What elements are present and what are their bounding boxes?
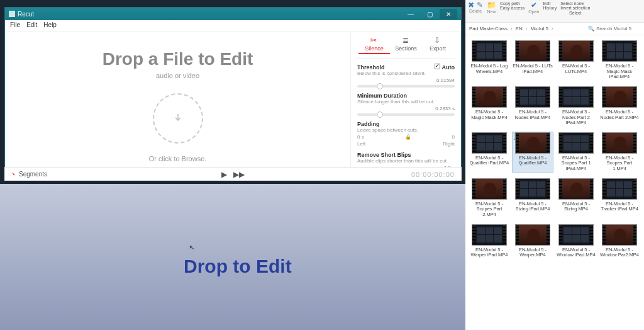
minduration-label: Minimum Duration — [357, 93, 455, 99]
padding-desc: Leave space between cuts. — [357, 127, 455, 133]
timecode: 00:00:00:00 — [411, 171, 455, 178]
video-thumb — [472, 86, 507, 108]
new-folder-icon[interactable]: 📁 — [487, 1, 496, 9]
minimize-button[interactable]: — — [402, 9, 419, 19]
rename-icon[interactable]: ✎ — [477, 1, 483, 9]
file-item[interactable]: EN-Modul 5 - LUTs iPad.MP4 — [513, 40, 553, 80]
threshold-slider[interactable] — [357, 85, 455, 88]
file-item[interactable]: EN-Modul 5 - Window Par2.MP4 — [599, 224, 640, 258]
file-name: EN-Modul 5 - Magic Mask.MP4 — [469, 110, 509, 120]
video-thumb — [602, 40, 637, 62]
file-item[interactable]: EN-Modul 5 - Warper iPad.MP4 — [469, 224, 509, 258]
menu-edit[interactable]: Edit — [26, 21, 37, 30]
video-thumb — [558, 224, 594, 246]
file-name: EN-Modul 5 - Sizing.MP4 — [556, 202, 596, 212]
video-thumb — [472, 178, 507, 200]
minduration-group: Minimum Duration Silence longer than thi… — [357, 93, 455, 116]
auto-checkbox[interactable] — [435, 64, 440, 69]
minduration-value: 0.2833 — [435, 106, 450, 111]
file-name: EN-Modul 5 - Qualifier.MP4 — [513, 156, 553, 166]
file-name: EN-Modul 5 - Nodes Part 2.MP4 — [599, 110, 640, 120]
video-thumb — [515, 40, 550, 62]
file-name: EN-Modul 5 - Scopes Part 1.MP4 — [599, 156, 640, 172]
search-box[interactable]: 🔍 — [588, 26, 640, 31]
browse-text[interactable]: Or click to Browse. — [149, 155, 207, 162]
file-item[interactable]: EN-Modul 5 - Tracker iPad.MP4 — [599, 178, 640, 218]
menu-help[interactable]: Help — [43, 21, 57, 30]
video-thumb — [515, 224, 550, 246]
search-input[interactable] — [596, 26, 640, 31]
file-name: EN-Modul 5 - Nodes iPad.MP4 — [513, 110, 553, 120]
properties-icon[interactable]: ✔ — [531, 1, 537, 9]
drop-area[interactable]: Drop a File to Edit audio or video Or cl… — [5, 31, 350, 180]
maximize-button[interactable]: ▢ — [421, 9, 438, 19]
app-icon — [9, 11, 15, 17]
drop-to-edit-caption: Drop to Edit — [184, 256, 292, 277]
file-item[interactable]: EN-Modul 5 - Nodes Part 2 iPad.MP4 — [556, 86, 596, 126]
file-item[interactable]: EN-Modul 5 - Sizing iPad.MP4 — [513, 178, 553, 218]
file-item[interactable]: EN-Modul 5 - Sizing.MP4 — [556, 178, 596, 218]
export-icon: ⇩ — [434, 37, 441, 44]
explorer-window: ✖ ✎ Delete 📁 New Copy path Easy access ✔… — [465, 0, 644, 330]
drop-title: Drop a File to Edit — [103, 49, 253, 69]
minduration-slider[interactable] — [357, 113, 455, 116]
app-title: Recut — [18, 11, 34, 18]
video-thumb — [602, 224, 637, 246]
close-button[interactable]: ✕ — [440, 9, 457, 19]
file-item[interactable]: EN-Modul 5 - Nodes iPad.MP4 — [513, 86, 553, 126]
delete-icon[interactable]: ✖ — [468, 1, 474, 9]
video-thumb — [602, 178, 637, 200]
file-item[interactable]: EN-Modul 5 - Qualifier iPad.MP4 — [469, 132, 509, 172]
file-item[interactable]: EN-Modul 5 - Nodes Part 2.MP4 — [599, 86, 640, 126]
video-thumb — [515, 178, 550, 200]
file-item[interactable]: EN-Modul 5 - Magic Mask iPad.MP4 — [599, 40, 640, 80]
drop-circle[interactable] — [153, 93, 203, 144]
threshold-group: Threshold Auto Below this is considered … — [357, 64, 455, 88]
video-thumb — [515, 132, 550, 154]
video-thumb — [558, 178, 594, 200]
file-name: EN-Modul 5 - Scopes Part 1 iPad.MP4 — [556, 156, 596, 172]
video-thumb — [515, 86, 550, 108]
video-thumb — [472, 40, 507, 62]
threshold-desc: Below this is considered silent. — [357, 71, 455, 76]
file-item[interactable]: EN-Modul 5 - Qualifier.MP4 — [513, 132, 553, 172]
file-item[interactable]: EN-Modul 5 - Warper.MP4 — [513, 224, 553, 258]
padding-label: Padding — [357, 121, 455, 127]
search-icon: 🔍 — [588, 26, 594, 31]
file-item[interactable]: EN-Modul 5 - Scopes Part 1 iPad.MP4 — [556, 132, 596, 172]
recut-titlebar[interactable]: Recut — ▢ ✕ — [5, 8, 461, 20]
file-grid: EN-Modul 5 - Log Wheels.MP4EN-Modul 5 - … — [465, 35, 644, 263]
file-item[interactable]: EN-Modul 5 - Scopes Part 2.MP4 — [469, 178, 509, 218]
recut-menubar: File Edit Help — [5, 20, 461, 31]
video-thumb — [602, 132, 637, 154]
threshold-value: 0.01584 — [357, 77, 455, 83]
svg-rect-0 — [9, 11, 15, 17]
file-name: EN-Modul 5 - Warper.MP4 — [513, 248, 553, 258]
tab-export[interactable]: ⇩ Export — [422, 35, 453, 54]
padding-group: Padding Leave space between cuts. 0 s 🔒 … — [357, 121, 455, 147]
mouse-cursor-icon: ↖ — [188, 242, 196, 252]
play-button[interactable]: ▶ — [221, 170, 227, 179]
tab-sections[interactable]: ≣ Sections — [391, 35, 422, 54]
tab-silence[interactable]: ✂ Silence — [358, 35, 390, 54]
breadcrumb[interactable]: Pad MasterClass EN Modul 5 🔍 — [465, 23, 644, 35]
file-item[interactable]: EN-Modul 5 - Log Wheels.MP4 — [469, 40, 509, 80]
menu-file[interactable]: File — [10, 21, 20, 30]
file-item[interactable]: EN-Modul 5 - Scopes Part 1.MP4 — [599, 132, 640, 172]
lock-icon[interactable]: 🔒 — [405, 134, 411, 140]
segments-button[interactable]: Segments — [11, 171, 47, 178]
threshold-label: Threshold — [357, 64, 385, 71]
video-thumb — [472, 132, 507, 154]
file-name: EN-Modul 5 - Log Wheels.MP4 — [469, 64, 509, 74]
file-item[interactable]: EN-Modul 5 - Magic Mask.MP4 — [469, 86, 509, 126]
blips-label: Remove Short Blips — [357, 152, 455, 158]
file-item[interactable]: EN-Modul 5 - Window iPad.MP4 — [556, 224, 596, 258]
file-name: EN-Modul 5 - Qualifier iPad.MP4 — [469, 156, 509, 166]
file-name: EN-Modul 5 - Tracker iPad.MP4 — [599, 202, 640, 212]
file-item[interactable]: EN-Modul 5 - LUTs.MP4 — [556, 40, 596, 80]
file-name: EN-Modul 5 - Warper iPad.MP4 — [469, 248, 509, 258]
file-name: EN-Modul 5 - LUTs.MP4 — [556, 64, 596, 74]
ffwd-button[interactable]: ▶▶ — [233, 170, 245, 179]
video-thumb — [558, 86, 594, 108]
background-pane: ↖ Drop to Edit — [0, 184, 465, 330]
